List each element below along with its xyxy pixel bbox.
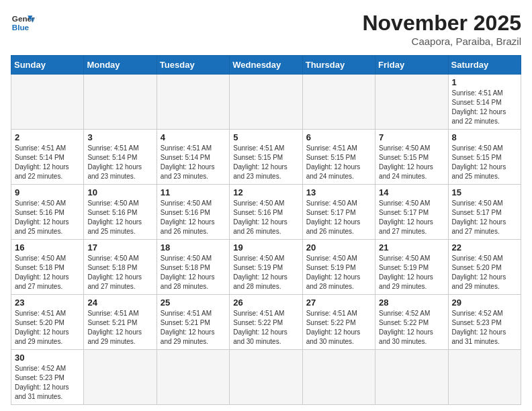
day-number: 10 [87, 187, 152, 197]
weekday-header-sunday: Sunday [11, 56, 84, 75]
day-info: Sunrise: 4:50 AM Sunset: 5:19 PM Dayligh… [379, 254, 444, 291]
calendar-table: SundayMondayTuesdayWednesdayThursdayFrid… [11, 55, 521, 405]
svg-text:Blue: Blue [12, 23, 30, 32]
day-number: 17 [87, 242, 152, 253]
day-info: Sunrise: 4:50 AM Sunset: 5:16 PM Dayligh… [15, 199, 80, 236]
calendar-cell: 23Sunrise: 4:51 AM Sunset: 5:20 PM Dayli… [11, 295, 84, 350]
day-info: Sunrise: 4:50 AM Sunset: 5:19 PM Dayligh… [306, 254, 371, 291]
day-info: Sunrise: 4:51 AM Sunset: 5:14 PM Dayligh… [15, 144, 80, 181]
day-info: Sunrise: 4:51 AM Sunset: 5:14 PM Dayligh… [87, 144, 152, 181]
day-info: Sunrise: 4:50 AM Sunset: 5:18 PM Dayligh… [15, 254, 80, 291]
day-number: 1 [452, 77, 517, 87]
day-info: Sunrise: 4:51 AM Sunset: 5:15 PM Dayligh… [233, 144, 298, 181]
day-info: Sunrise: 4:51 AM Sunset: 5:15 PM Dayligh… [306, 144, 371, 181]
calendar-cell: 25Sunrise: 4:51 AM Sunset: 5:21 PM Dayli… [157, 295, 229, 350]
calendar-cell: 22Sunrise: 4:50 AM Sunset: 5:20 PM Dayli… [448, 240, 521, 295]
day-number: 21 [379, 242, 444, 253]
day-info: Sunrise: 4:50 AM Sunset: 5:19 PM Dayligh… [233, 254, 298, 291]
calendar-cell [84, 75, 157, 130]
weekday-header-friday: Friday [375, 56, 448, 75]
day-number: 20 [306, 242, 371, 253]
weekday-header-monday: Monday [84, 56, 157, 75]
weekday-header-saturday: Saturday [448, 56, 521, 75]
logo-icon: General Blue [11, 11, 35, 35]
day-info: Sunrise: 4:51 AM Sunset: 5:14 PM Dayligh… [161, 144, 226, 181]
calendar-cell: 19Sunrise: 4:50 AM Sunset: 5:19 PM Dayli… [230, 240, 302, 295]
day-number: 27 [306, 298, 371, 308]
calendar-cell [157, 75, 229, 130]
day-number: 14 [379, 187, 444, 197]
calendar-cell: 18Sunrise: 4:50 AM Sunset: 5:18 PM Dayli… [157, 240, 229, 295]
day-number: 15 [452, 187, 517, 197]
day-info: Sunrise: 4:50 AM Sunset: 5:15 PM Dayligh… [452, 144, 517, 181]
day-info: Sunrise: 4:50 AM Sunset: 5:18 PM Dayligh… [87, 254, 152, 291]
day-info: Sunrise: 4:50 AM Sunset: 5:15 PM Dayligh… [379, 144, 444, 181]
day-number: 8 [452, 132, 517, 142]
calendar-cell [84, 350, 157, 405]
day-info: Sunrise: 4:51 AM Sunset: 5:14 PM Dayligh… [452, 89, 517, 126]
calendar-cell [375, 350, 448, 405]
day-number: 3 [87, 132, 152, 142]
day-info: Sunrise: 4:51 AM Sunset: 5:21 PM Dayligh… [87, 309, 152, 347]
day-number: 13 [306, 187, 371, 197]
calendar-cell: 2Sunrise: 4:51 AM Sunset: 5:14 PM Daylig… [11, 130, 84, 185]
week-row-5: 23Sunrise: 4:51 AM Sunset: 5:20 PM Dayli… [11, 295, 521, 350]
day-info: Sunrise: 4:51 AM Sunset: 5:21 PM Dayligh… [161, 309, 226, 347]
day-info: Sunrise: 4:52 AM Sunset: 5:23 PM Dayligh… [15, 364, 80, 402]
day-info: Sunrise: 4:50 AM Sunset: 5:17 PM Dayligh… [379, 199, 444, 236]
day-number: 7 [379, 132, 444, 142]
calendar-cell [11, 75, 84, 130]
calendar-cell: 21Sunrise: 4:50 AM Sunset: 5:19 PM Dayli… [375, 240, 448, 295]
day-number: 22 [452, 242, 517, 253]
page-header: General Blue November 2025 Caapora, Para… [11, 11, 521, 47]
day-info: Sunrise: 4:50 AM Sunset: 5:18 PM Dayligh… [161, 254, 226, 291]
day-info: Sunrise: 4:51 AM Sunset: 5:20 PM Dayligh… [15, 309, 80, 347]
calendar-cell: 17Sunrise: 4:50 AM Sunset: 5:18 PM Dayli… [84, 240, 157, 295]
day-info: Sunrise: 4:50 AM Sunset: 5:16 PM Dayligh… [161, 199, 226, 236]
calendar-cell [375, 75, 448, 130]
day-number: 30 [15, 353, 80, 363]
calendar-cell: 1Sunrise: 4:51 AM Sunset: 5:14 PM Daylig… [448, 75, 521, 130]
weekday-header-tuesday: Tuesday [157, 56, 229, 75]
week-row-4: 16Sunrise: 4:50 AM Sunset: 5:18 PM Dayli… [11, 240, 521, 295]
weekday-header-wednesday: Wednesday [230, 56, 302, 75]
week-row-3: 9Sunrise: 4:50 AM Sunset: 5:16 PM Daylig… [11, 185, 521, 240]
day-number: 28 [379, 298, 444, 308]
day-number: 5 [233, 132, 298, 142]
calendar-cell: 20Sunrise: 4:50 AM Sunset: 5:19 PM Dayli… [302, 240, 375, 295]
calendar-cell: 15Sunrise: 4:50 AM Sunset: 5:17 PM Dayli… [448, 185, 521, 240]
calendar-cell [302, 75, 375, 130]
calendar-cell: 13Sunrise: 4:50 AM Sunset: 5:17 PM Dayli… [302, 185, 375, 240]
day-number: 18 [161, 242, 226, 253]
calendar-cell: 30Sunrise: 4:52 AM Sunset: 5:23 PM Dayli… [11, 350, 84, 405]
calendar-cell: 3Sunrise: 4:51 AM Sunset: 5:14 PM Daylig… [84, 130, 157, 185]
calendar-cell: 16Sunrise: 4:50 AM Sunset: 5:18 PM Dayli… [11, 240, 84, 295]
location-subtitle: Caapora, Paraiba, Brazil [362, 36, 521, 47]
week-row-1: 1Sunrise: 4:51 AM Sunset: 5:14 PM Daylig… [11, 75, 521, 130]
day-number: 11 [161, 187, 226, 197]
week-row-6: 30Sunrise: 4:52 AM Sunset: 5:23 PM Dayli… [11, 350, 521, 405]
calendar-cell: 6Sunrise: 4:51 AM Sunset: 5:15 PM Daylig… [302, 130, 375, 185]
day-number: 2 [15, 132, 80, 142]
calendar-cell [230, 350, 302, 405]
calendar-cell: 5Sunrise: 4:51 AM Sunset: 5:15 PM Daylig… [230, 130, 302, 185]
day-number: 6 [306, 132, 371, 142]
day-info: Sunrise: 4:50 AM Sunset: 5:16 PM Dayligh… [233, 199, 298, 236]
calendar-cell [230, 75, 302, 130]
calendar-cell: 10Sunrise: 4:50 AM Sunset: 5:16 PM Dayli… [84, 185, 157, 240]
calendar-cell: 29Sunrise: 4:52 AM Sunset: 5:23 PM Dayli… [448, 295, 521, 350]
calendar-cell: 9Sunrise: 4:50 AM Sunset: 5:16 PM Daylig… [11, 185, 84, 240]
day-info: Sunrise: 4:50 AM Sunset: 5:20 PM Dayligh… [452, 254, 517, 291]
calendar-cell: 26Sunrise: 4:51 AM Sunset: 5:22 PM Dayli… [230, 295, 302, 350]
month-title: November 2025 [362, 11, 521, 36]
calendar-cell: 8Sunrise: 4:50 AM Sunset: 5:15 PM Daylig… [448, 130, 521, 185]
weekday-header-row: SundayMondayTuesdayWednesdayThursdayFrid… [11, 56, 521, 75]
day-info: Sunrise: 4:52 AM Sunset: 5:23 PM Dayligh… [452, 309, 517, 347]
calendar-cell [157, 350, 229, 405]
calendar-cell: 7Sunrise: 4:50 AM Sunset: 5:15 PM Daylig… [375, 130, 448, 185]
day-number: 23 [15, 298, 80, 308]
calendar-cell: 24Sunrise: 4:51 AM Sunset: 5:21 PM Dayli… [84, 295, 157, 350]
day-info: Sunrise: 4:51 AM Sunset: 5:22 PM Dayligh… [233, 309, 298, 347]
day-info: Sunrise: 4:51 AM Sunset: 5:22 PM Dayligh… [306, 309, 371, 347]
day-number: 12 [233, 187, 298, 197]
